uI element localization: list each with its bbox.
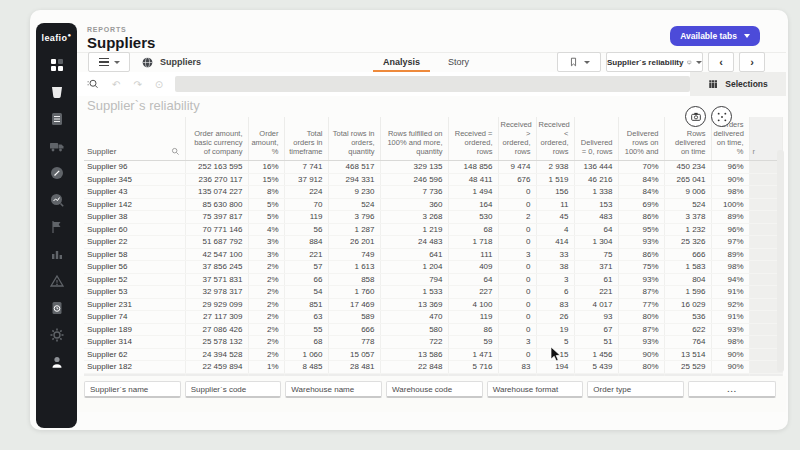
value-cell[interactable]: 0: [498, 273, 536, 286]
value-cell[interactable]: 84%: [618, 173, 664, 186]
apps-grid-icon[interactable]: [49, 57, 65, 73]
value-cell[interactable]: 42 547 100: [185, 248, 248, 261]
column-header[interactable]: Received > ordered, rows: [498, 117, 536, 161]
supplier-cell[interactable]: Supplier 38: [84, 211, 185, 224]
report-doc-icon[interactable]: [49, 300, 65, 316]
value-cell[interactable]: 6: [536, 286, 574, 299]
selections-button[interactable]: Selections: [690, 72, 786, 96]
value-cell[interactable]: 221: [574, 286, 618, 299]
value-cell[interactable]: 90%: [711, 173, 749, 186]
value-cell[interactable]: 70%: [618, 161, 664, 174]
value-cell[interactable]: 13 514: [664, 348, 711, 361]
value-cell[interactable]: 64: [448, 273, 498, 286]
supplier-cell[interactable]: Supplier 60: [84, 223, 185, 236]
value-cell[interactable]: 13 369: [380, 298, 448, 311]
value-cell[interactable]: 5 439: [574, 361, 618, 374]
value-cell[interactable]: 51: [574, 336, 618, 349]
value-cell[interactable]: 97%: [711, 236, 749, 249]
tab-story[interactable]: Story: [434, 52, 483, 72]
value-cell[interactable]: 68: [284, 336, 328, 349]
supplier-cell[interactable]: Supplier 314: [84, 336, 185, 349]
value-cell[interactable]: 29 929 099: [185, 298, 248, 311]
value-cell[interactable]: 67: [574, 323, 618, 336]
search-icon[interactable]: [171, 147, 180, 156]
value-cell[interactable]: 57: [284, 261, 328, 274]
value-cell[interactable]: 1 304: [574, 236, 618, 249]
value-cell[interactable]: 15 057: [328, 348, 380, 361]
value-cell[interactable]: 45: [536, 211, 574, 224]
column-header[interactable]: Total rows in orders, quantity: [328, 117, 380, 161]
filter-field[interactable]: Warehouse name: [285, 381, 382, 398]
value-cell[interactable]: 63: [284, 311, 328, 324]
value-cell[interactable]: 75%: [618, 261, 664, 274]
store-cup-icon[interactable]: [49, 84, 65, 100]
value-cell[interactable]: 194: [536, 361, 574, 374]
value-cell[interactable]: 0: [498, 223, 536, 236]
value-cell[interactable]: 3 378: [664, 211, 711, 224]
supplier-cell[interactable]: Supplier 345: [84, 173, 185, 186]
value-cell[interactable]: 589: [328, 311, 380, 324]
column-header[interactable]: Delivered rows on 100% and: [618, 117, 664, 161]
column-header[interactable]: Received < ordered, rows: [536, 117, 574, 161]
value-cell[interactable]: 27 086 426: [185, 323, 248, 336]
value-cell[interactable]: 46 216: [574, 173, 618, 186]
tab-analysis[interactable]: Analysis: [369, 52, 434, 72]
value-cell[interactable]: 2%: [248, 286, 284, 299]
value-cell[interactable]: 524: [664, 198, 711, 211]
value-cell[interactable]: 265 041: [664, 173, 711, 186]
value-cell[interactable]: 153: [574, 198, 618, 211]
value-cell[interactable]: 2: [498, 211, 536, 224]
value-cell[interactable]: 666: [328, 323, 380, 336]
value-cell[interactable]: 136 444: [574, 161, 618, 174]
column-header[interactable]: Order amount, basic currency of company: [185, 117, 248, 161]
value-cell[interactable]: 236 270 117: [185, 173, 248, 186]
value-cell[interactable]: 37 912: [284, 173, 328, 186]
column-header[interactable]: Rows fulfilled on 100% and more, quantit…: [380, 117, 448, 161]
value-cell[interactable]: 93%: [618, 336, 664, 349]
value-cell[interactable]: 5 716: [448, 361, 498, 374]
value-cell[interactable]: 95%: [618, 223, 664, 236]
value-cell[interactable]: 371: [574, 261, 618, 274]
supplier-cell[interactable]: Supplier 189: [84, 323, 185, 336]
value-cell[interactable]: 22 848: [380, 361, 448, 374]
value-cell[interactable]: 468 517: [328, 161, 380, 174]
value-cell[interactable]: 9 230: [328, 186, 380, 199]
value-cell[interactable]: 9 474: [498, 161, 536, 174]
value-cell[interactable]: 5%: [248, 198, 284, 211]
column-header[interactable]: Supplier: [84, 117, 185, 161]
value-cell[interactable]: 80%: [618, 361, 664, 374]
value-cell[interactable]: 536: [664, 311, 711, 324]
value-cell[interactable]: 90%: [711, 361, 749, 374]
value-cell[interactable]: 11: [536, 198, 574, 211]
column-header[interactable]: Order amount, %: [248, 117, 284, 161]
value-cell[interactable]: 1 533: [380, 286, 448, 299]
value-cell[interactable]: 15: [536, 348, 574, 361]
value-cell[interactable]: 360: [380, 198, 448, 211]
value-cell[interactable]: 70 771 146: [185, 223, 248, 236]
sheet-selector[interactable]: Supplier`s reliability: [606, 52, 703, 72]
value-cell[interactable]: 1 204: [380, 261, 448, 274]
value-cell[interactable]: 38: [536, 261, 574, 274]
value-cell[interactable]: 91%: [711, 286, 749, 299]
value-cell[interactable]: 37 571 831: [185, 273, 248, 286]
value-cell[interactable]: 96%: [711, 223, 749, 236]
filter-field[interactable]: Warehouse format: [487, 381, 584, 398]
value-cell[interactable]: 83: [498, 361, 536, 374]
value-cell[interactable]: 69%: [618, 198, 664, 211]
value-cell[interactable]: 294 331: [328, 173, 380, 186]
value-cell[interactable]: 100%: [711, 198, 749, 211]
next-sheet-button[interactable]: ›: [739, 52, 765, 72]
filter-field[interactable]: Supplier`s name: [84, 381, 181, 398]
value-cell[interactable]: 804: [664, 273, 711, 286]
value-cell[interactable]: 3: [498, 336, 536, 349]
value-cell[interactable]: 1%: [248, 361, 284, 374]
value-cell[interactable]: 221: [284, 248, 328, 261]
supplier-cell[interactable]: Supplier 22: [84, 236, 185, 249]
value-cell[interactable]: 414: [536, 236, 574, 249]
value-cell[interactable]: 92%: [711, 298, 749, 311]
redo-icon[interactable]: ↷: [133, 79, 141, 90]
more-filters-button[interactable]: ...: [688, 381, 776, 398]
value-cell[interactable]: 3%: [248, 248, 284, 261]
value-cell[interactable]: 37 856 245: [185, 261, 248, 274]
value-cell[interactable]: 135 074 227: [185, 186, 248, 199]
